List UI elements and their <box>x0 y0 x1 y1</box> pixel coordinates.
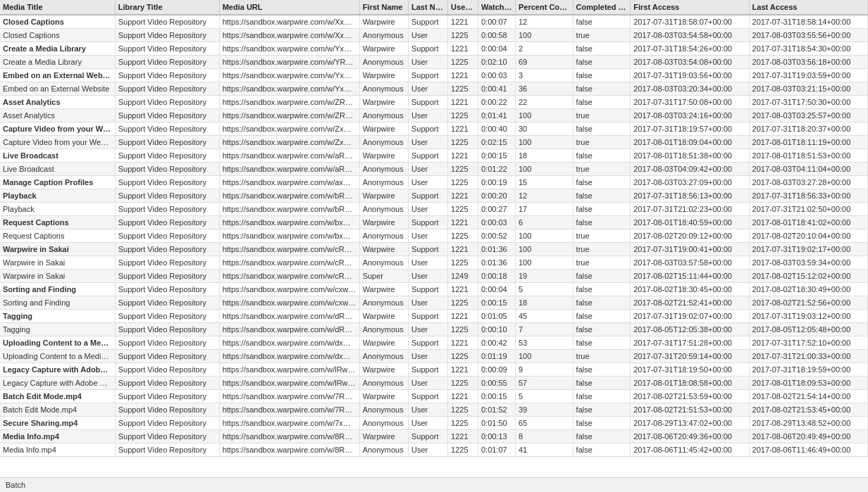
cell-completed_video: false <box>573 323 631 336</box>
table-row: Closed CaptionsSupport Video Repositoryh… <box>0 29 868 42</box>
cell-first_name: Warpwire <box>359 216 408 229</box>
cell-percent_complete: 6 <box>516 216 574 229</box>
table-row: Legacy Capture with Adobe FlashSupport V… <box>0 363 868 377</box>
cell-last_name: User <box>409 350 448 363</box>
cell-media_url: https://sandbox.warpwire.com/w/ZRwAAA/ <box>219 96 359 109</box>
data-table: Media Title Library Title Media URL Firs… <box>0 0 868 457</box>
cell-first_name: Warpwire <box>359 243 408 256</box>
cell-completed_video: false <box>573 96 631 109</box>
col-header-media-title[interactable]: Media Title <box>0 0 115 15</box>
cell-last_name: Support <box>409 42 448 56</box>
cell-last_access: 2017-08-03T03:59:34+00:00 <box>749 256 867 270</box>
col-header-library-title[interactable]: Library Title <box>115 0 219 15</box>
cell-user_id: 1225 <box>448 56 478 69</box>
cell-media_title: Uploading Content to a Media Library <box>0 350 115 363</box>
cell-user_id: 1221 <box>448 15 478 29</box>
cell-watched: 0:01:22 <box>478 163 515 176</box>
cell-first_name: Warpwire <box>359 430 408 443</box>
cell-user_id: 1221 <box>448 42 478 56</box>
cell-media_title: Request Captions <box>0 229 115 243</box>
cell-library_title: Support Video Repository <box>115 203 219 216</box>
cell-completed_video: false <box>573 417 631 430</box>
col-header-watched[interactable]: Watched <box>478 0 515 15</box>
table-row: Sorting and FindingSupport Video Reposit… <box>0 283 868 296</box>
col-header-media-url[interactable]: Media URL <box>219 0 359 15</box>
cell-first_access: 2017-07-31T21:02:23+00:00 <box>631 203 749 216</box>
cell-last_name: Support <box>409 122 448 136</box>
cell-media_title: Tagging <box>0 323 115 336</box>
col-header-completed-video[interactable]: Completed Video <box>573 0 631 15</box>
cell-library_title: Support Video Repository <box>115 256 219 270</box>
table-row: Legacy Capture with Adobe FlashSupport V… <box>0 377 868 390</box>
cell-completed_video: false <box>573 336 631 350</box>
cell-watched: 0:00:15 <box>478 149 515 163</box>
col-header-percent-complete[interactable]: Percent Complete <box>516 0 574 15</box>
cell-media_url: https://sandbox.warpwire.com/w/dRwAAA/ <box>219 323 359 336</box>
cell-watched: 0:00:19 <box>478 176 515 189</box>
cell-last_access: 2017-07-31T18:58:14+00:00 <box>749 15 867 29</box>
cell-first_name: Warpwire <box>359 390 408 403</box>
cell-last_access: 2017-08-02T15:12:02+00:00 <box>749 270 867 283</box>
cell-first_name: Anonymous <box>359 109 408 122</box>
cell-last_name: User <box>409 82 448 96</box>
cell-last_access: 2017-08-02T20:10:04+00:00 <box>749 229 867 243</box>
cell-first_access: 2017-08-03T03:57:58+00:00 <box>631 256 749 270</box>
cell-media_url: https://sandbox.warpwire.com/w/YxwAAA/ <box>219 82 359 96</box>
cell-media_url: https://sandbox.warpwire.com/w/7xwAAA/ <box>219 417 359 430</box>
cell-last_name: User <box>409 417 448 430</box>
table-row: Asset AnalyticsSupport Video Repositoryh… <box>0 109 868 122</box>
cell-library_title: Support Video Repository <box>115 390 219 403</box>
cell-user_id: 1225 <box>448 443 478 457</box>
cell-completed_video: false <box>573 377 631 390</box>
table-row: Embed on an External WebsiteSupport Vide… <box>0 69 868 82</box>
cell-watched: 0:00:40 <box>478 122 515 136</box>
cell-library_title: Support Video Repository <box>115 430 219 443</box>
cell-percent_complete: 12 <box>516 189 574 203</box>
cell-first_access: 2017-08-02T21:53:59+00:00 <box>631 390 749 403</box>
cell-media_url: https://sandbox.warpwire.com/w/dxwAAA/ <box>219 336 359 350</box>
cell-first_name: Anonymous <box>359 29 408 42</box>
cell-first_access: 2017-07-31T19:00:41+00:00 <box>631 243 749 256</box>
cell-percent_complete: 69 <box>516 56 574 69</box>
cell-first_name: Anonymous <box>359 229 408 243</box>
table-row: Live BroadcastSupport Video Repositoryht… <box>0 149 868 163</box>
cell-percent_complete: 100 <box>516 163 574 176</box>
cell-first_name: Anonymous <box>359 350 408 363</box>
cell-first_access: 2017-08-02T20:09:12+00:00 <box>631 229 749 243</box>
cell-media_url: https://sandbox.warpwire.com/w/cRwAAA/ <box>219 256 359 270</box>
header-row: Media Title Library Title Media URL Firs… <box>0 0 868 15</box>
col-header-last-access[interactable]: Last Access <box>749 0 867 15</box>
cell-media_title: Playback <box>0 203 115 216</box>
cell-user_id: 1221 <box>448 96 478 109</box>
cell-first_access: 2017-08-02T15:11:44+00:00 <box>631 270 749 283</box>
cell-user_id: 1225 <box>448 256 478 270</box>
cell-first_access: 2017-08-03T03:27:09+00:00 <box>631 176 749 189</box>
cell-completed_video: true <box>573 136 631 149</box>
cell-completed_video: false <box>573 403 631 417</box>
cell-last_name: User <box>409 443 448 457</box>
cell-watched: 0:00:07 <box>478 15 515 29</box>
col-header-user-id[interactable]: User Id <box>448 0 478 15</box>
cell-media_title: Capture Video from your Webcam (HTML5) <box>0 136 115 149</box>
cell-library_title: Support Video Repository <box>115 163 219 176</box>
cell-last_access: 2017-08-02T18:30:49+00:00 <box>749 283 867 296</box>
cell-percent_complete: 17 <box>516 203 574 216</box>
col-header-first-name[interactable]: First Name <box>359 0 408 15</box>
cell-last_name: User <box>409 109 448 122</box>
cell-media_title: Asset Analytics <box>0 109 115 122</box>
cell-library_title: Support Video Repository <box>115 270 219 283</box>
cell-last_access: 2017-07-31T18:19:59+00:00 <box>749 363 867 377</box>
cell-first_name: Warpwire <box>359 310 408 323</box>
cell-percent_complete: 19 <box>516 270 574 283</box>
cell-last_name: Support <box>409 430 448 443</box>
cell-media_url: https://sandbox.warpwire.com/w/dRwAAA/ <box>219 310 359 323</box>
cell-percent_complete: 15 <box>516 176 574 189</box>
cell-first_access: 2017-07-31T18:19:50+00:00 <box>631 363 749 377</box>
cell-media_title: Tagging <box>0 310 115 323</box>
cell-completed_video: true <box>573 109 631 122</box>
cell-first_access: 2017-07-31T20:59:14+00:00 <box>631 350 749 363</box>
col-header-first-access[interactable]: First Access <box>631 0 749 15</box>
cell-percent_complete: 100 <box>516 29 574 42</box>
cell-first_access: 2017-07-31T19:03:56+00:00 <box>631 69 749 82</box>
col-header-last-name[interactable]: Last Name <box>409 0 448 15</box>
